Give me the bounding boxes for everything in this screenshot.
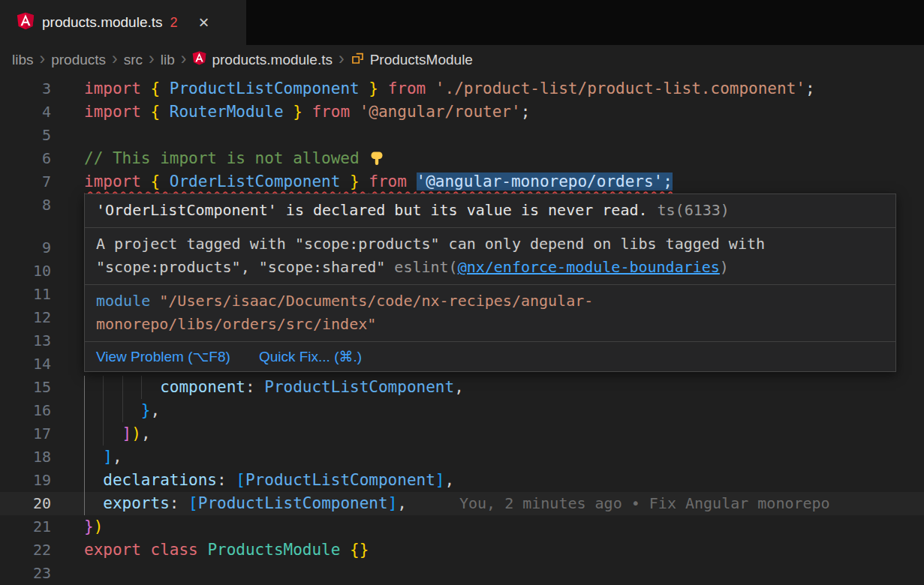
line-number-20[interactable]: 20: [0, 492, 51, 515]
eslint-source-prefix: eslint(: [394, 258, 457, 276]
code-token: :: [245, 378, 264, 396]
code-token: from: [388, 80, 435, 98]
code-token: RouterModule: [170, 103, 284, 121]
code-line-22[interactable]: export class ProductsModule {}: [84, 538, 369, 562]
code-token: :: [217, 471, 236, 489]
code-token: ProductListComponent: [198, 494, 388, 512]
indent-guide: [103, 376, 104, 399]
breadcrumb-item-src[interactable]: src: [124, 52, 143, 68]
indent-guide: [84, 422, 85, 446]
code-line-17[interactable]: ]),: [84, 422, 151, 446]
breadcrumb-item-libs[interactable]: libs: [12, 52, 34, 68]
class-symbol-icon: [351, 51, 365, 69]
git-blame-annotation: You, 2 minutes ago • Fix Angular monorep…: [459, 494, 830, 512]
code-token: ]: [122, 424, 132, 442]
indent-guide: [84, 399, 85, 422]
code-line-21[interactable]: }): [84, 515, 103, 538]
hover-module-info: module "/Users/isaac/Documents/code/nx-r…: [85, 285, 895, 342]
chevron-right-icon: ›: [333, 50, 351, 70]
code-token: ,: [141, 424, 151, 442]
eslint-rule-link[interactable]: @nx/enforce-module-boundaries: [458, 258, 720, 276]
code-token: [84, 401, 141, 419]
eslint-message-line1: A project tagged with "scope:products" c…: [96, 235, 765, 253]
code-token: ,: [151, 401, 161, 419]
line-number-4[interactable]: 4: [0, 100, 51, 124]
tab-close-icon[interactable]: ×: [199, 14, 209, 32]
line-number-15[interactable]: 15: [0, 376, 51, 399]
code-line-7[interactable]: import { OrderListComponent } from '@ang…: [84, 170, 673, 194]
line-number-14[interactable]: 14: [0, 352, 51, 376]
hover-eslint-diagnostic: A project tagged with "scope:products" c…: [85, 228, 895, 285]
code-line-4[interactable]: import { RouterModule } from '@angular/r…: [84, 100, 530, 124]
indent-guide: [84, 469, 85, 492]
code-line-3[interactable]: import { ProductListComponent } from './…: [84, 77, 815, 100]
breadcrumb-item-products[interactable]: products: [51, 52, 106, 68]
line-number-12[interactable]: 12: [0, 306, 51, 329]
tab-title: products.module.ts: [42, 14, 163, 31]
code-token: }: [84, 518, 94, 536]
code-token: ,: [113, 448, 122, 466]
code-token: ]: [103, 448, 113, 466]
code-line-18[interactable]: ],: [84, 446, 122, 469]
line-number-8[interactable]: 8: [0, 194, 51, 217]
breadcrumb: libs › products › src › lib › products.m…: [0, 45, 924, 75]
tab-problems-badge: 2: [170, 15, 178, 31]
code-line-16[interactable]: },: [84, 399, 160, 422]
line-number-5[interactable]: 5: [0, 124, 51, 147]
code-line-6[interactable]: // This import is not allowed: [84, 147, 385, 170]
code-token: ProductListComponent: [264, 378, 454, 396]
line-number-19[interactable]: 19: [0, 469, 51, 492]
pointing-down-emoji: [369, 149, 385, 167]
code-token: from: [312, 103, 359, 121]
code-token: ]: [435, 471, 445, 489]
code-token: ProductListComponent: [245, 471, 435, 489]
code-token: ;: [805, 80, 815, 98]
line-number-16[interactable]: 16: [0, 399, 51, 422]
line-number-22[interactable]: 22: [0, 538, 51, 562]
code-token: {: [151, 103, 170, 121]
line-number-21[interactable]: 21: [0, 515, 51, 538]
line-number-18[interactable]: 18: [0, 446, 51, 469]
hover-ts-diagnostic: 'OrderListComponent' is declared but its…: [85, 194, 895, 228]
code-token: ProductListComponent: [170, 80, 360, 98]
line-number-10[interactable]: 10: [0, 260, 51, 283]
line-number-17[interactable]: 17: [0, 422, 51, 446]
breadcrumb-item-symbol[interactable]: ProductsModule: [351, 51, 473, 69]
code-line-19[interactable]: declarations: [ProductListComponent],: [84, 469, 454, 492]
code-token: OrderListComponent: [170, 172, 341, 190]
code-token: ): [94, 518, 104, 536]
diagnostic-source: ts(6133): [658, 201, 730, 219]
quick-fix-action[interactable]: Quick Fix... (⌘.): [259, 345, 362, 368]
hover-tooltip: 'OrderListComponent' is declared but its…: [84, 194, 896, 372]
line-number-23[interactable]: 23: [0, 562, 51, 585]
line-number-13[interactable]: 13: [0, 329, 51, 352]
code-token: from: [369, 172, 416, 190]
line-number-11[interactable]: 11: [0, 283, 51, 306]
code-token: [84, 494, 103, 512]
code-token: }: [340, 172, 369, 190]
code-token: export class: [84, 541, 207, 559]
tab-products-module[interactable]: products.module.ts 2 ×: [0, 0, 246, 45]
code-token: }: [284, 103, 312, 121]
code-line-20[interactable]: exports: [ProductListComponent],You, 2 m…: [84, 492, 830, 515]
editor[interactable]: 34567891011121314151617181920212223 impo…: [0, 75, 924, 585]
line-number-6[interactable]: 6: [0, 147, 51, 170]
code-token: // This import is not allowed: [84, 149, 369, 167]
line-number-7[interactable]: 7: [0, 170, 51, 194]
view-problem-action[interactable]: View Problem (⌥F8): [96, 345, 230, 368]
module-keyword: module: [96, 292, 150, 310]
module-path-line2: monorepo/libs/orders/src/index": [96, 315, 376, 333]
code-token: import: [84, 172, 151, 190]
line-number-9[interactable]: 9: [0, 236, 51, 260]
indent-guide: [122, 399, 123, 422]
code-line-15[interactable]: component: ProductListComponent,: [84, 376, 464, 399]
line-number-3[interactable]: 3: [0, 77, 51, 100]
diagnostic-message: 'OrderListComponent' is declared but its…: [96, 201, 648, 219]
code-token: :: [170, 494, 188, 512]
code-token: }: [141, 401, 151, 419]
angular-icon: [192, 51, 206, 69]
indent-guide: [84, 446, 85, 469]
breadcrumb-item-file[interactable]: products.module.ts: [192, 51, 333, 69]
code-token: ProductsModule: [207, 541, 350, 559]
breadcrumb-item-lib[interactable]: lib: [161, 52, 175, 68]
